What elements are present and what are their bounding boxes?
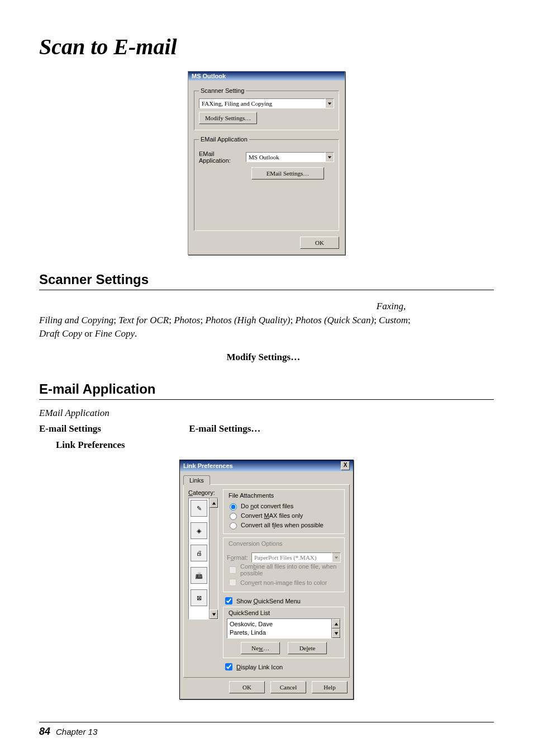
radio-do-not-convert[interactable]: Do not convert files: [227, 502, 341, 511]
quicksend-list-legend: QuickSend List: [227, 609, 272, 616]
svg-marker-5: [334, 623, 337, 626]
category-icon[interactable]: ◈: [191, 522, 207, 539]
check-nonimage-color: Convert non-image files to color: [227, 577, 341, 588]
chapter-label: Chapter 13: [56, 727, 97, 736]
scanner-settings-heading: Scanner Settings: [39, 272, 494, 287]
dialog-title-text: Link Preferences: [183, 462, 233, 469]
radio-convert-max[interactable]: Convert MAX files only: [227, 511, 341, 520]
check-display-link-icon[interactable]: Display Link Icon: [223, 662, 345, 672]
page-number: 84: [39, 726, 50, 738]
email-app-paragraph-2: E-mail Settings —Click the E-mail Settin…: [39, 422, 494, 436]
scroll-up-icon[interactable]: [210, 498, 218, 508]
email-application-label: EMail Application:: [199, 150, 242, 164]
category-icon[interactable]: ✎: [191, 500, 207, 517]
category-icon[interactable]: ⊠: [191, 589, 207, 606]
link-preferences-dialog: Link Preferences X Links Category: ✎ ◈ 🖨…: [179, 460, 354, 700]
dialog-titlebar: Link Preferences X: [180, 460, 353, 471]
ok-button[interactable]: OK: [229, 681, 265, 693]
chevron-down-icon[interactable]: [325, 152, 334, 162]
chevron-down-icon: [332, 552, 341, 563]
tab-links[interactable]: Links: [183, 475, 210, 485]
cancel-button[interactable]: Cancel: [270, 681, 306, 693]
scanner-preset-combo[interactable]: [199, 98, 334, 108]
email-application-legend: EMail Application: [199, 136, 249, 143]
format-value: [251, 552, 332, 563]
scroll-down-icon[interactable]: [210, 609, 218, 619]
modify-settings-button[interactable]: Modify Settings…: [199, 112, 257, 124]
svg-marker-2: [212, 502, 215, 505]
page-footer: 84 Chapter 13: [39, 726, 494, 738]
dialog-titlebar: MS Outlook: [188, 72, 345, 81]
ms-outlook-dialog: MS Outlook Scanner Setting Modify Settin…: [188, 71, 345, 255]
scrollbar[interactable]: [331, 619, 340, 638]
list-item[interactable]: Oeskovic, Dave: [230, 620, 329, 628]
scrollbar[interactable]: [209, 498, 218, 619]
svg-marker-1: [328, 156, 331, 158]
quicksend-list-group: QuickSend List Oeskovic, Dave Parets, Li…: [223, 607, 345, 658]
category-icon[interactable]: 🖨: [191, 545, 207, 561]
rule: [39, 722, 494, 722]
scanner-setting-legend: Scanner Setting: [199, 87, 246, 94]
rule: [39, 399, 494, 400]
file-attachments-legend: File Attachments: [227, 492, 275, 499]
category-label: Category:: [188, 489, 218, 496]
close-icon[interactable]: X: [341, 461, 350, 470]
conversion-options-group: Conversion Options Format: Combine all f…: [223, 537, 345, 592]
email-application-heading: E-mail Application: [39, 381, 494, 397]
scanner-preset-value[interactable]: [199, 98, 325, 108]
chevron-down-icon[interactable]: [325, 98, 334, 108]
page-title: Scan to E-mail: [39, 34, 494, 60]
email-app-paragraph-1: EMail Application: [39, 407, 494, 420]
format-label: Format:: [227, 554, 248, 561]
file-attachments-group: File Attachments Do not convert files Co…: [223, 489, 345, 534]
modify-settings-paragraph: To change any of the settings for the mo…: [39, 351, 494, 365]
email-application-combo[interactable]: [246, 152, 334, 162]
conversion-options-legend: Conversion Options: [227, 540, 284, 547]
email-app-paragraph-3: Link Preferences: [56, 438, 494, 452]
help-button[interactable]: Help: [312, 681, 348, 693]
svg-marker-3: [212, 613, 215, 616]
rule: [39, 290, 494, 290]
format-combo: [251, 552, 341, 563]
list-item[interactable]: Parets, Linda: [230, 629, 329, 636]
quicksend-list[interactable]: Oeskovic, Dave Parets, Linda: [227, 618, 341, 639]
ok-button[interactable]: OK: [300, 237, 339, 249]
scroll-up-icon[interactable]: [332, 619, 340, 629]
scanner-setting-group: Scanner Setting Modify Settings…: [194, 87, 339, 130]
category-list[interactable]: ✎ ◈ 🖨 📠 ⊠: [188, 498, 218, 620]
delete-button[interactable]: Delete: [288, 642, 327, 654]
new-button[interactable]: New…: [241, 642, 280, 654]
svg-marker-0: [328, 102, 331, 105]
radio-convert-all[interactable]: Convert all files when possible: [227, 521, 341, 530]
check-show-quicksend[interactable]: Show QuickSend Menu: [223, 596, 345, 606]
scroll-down-icon[interactable]: [332, 629, 340, 638]
email-application-group: EMail Application EMail Application: EMa…: [194, 136, 339, 231]
category-icon[interactable]: 📠: [191, 567, 207, 584]
svg-marker-4: [335, 557, 338, 559]
check-combine-files: Combine all files into one file, when po…: [227, 563, 341, 577]
scanner-settings-paragraph: From the pull-down list, select the scan…: [39, 300, 494, 341]
email-settings-button[interactable]: EMail Settings…: [251, 167, 324, 179]
email-application-value[interactable]: [246, 152, 325, 162]
svg-marker-6: [334, 632, 337, 635]
